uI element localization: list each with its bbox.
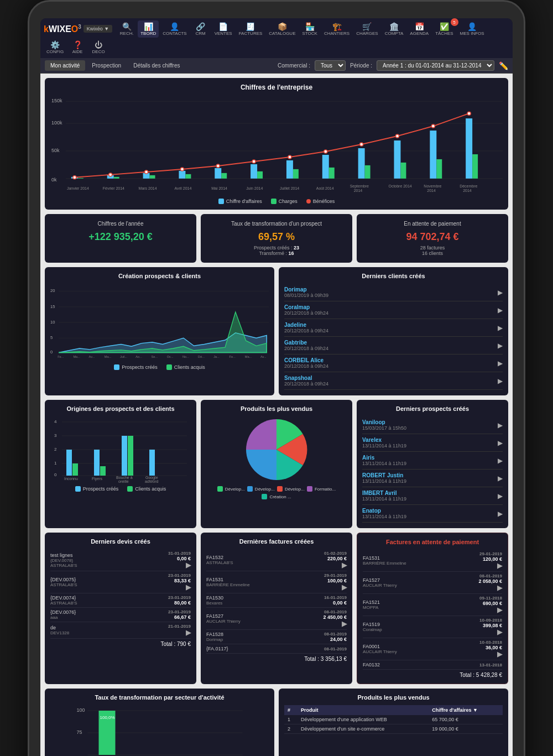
svg-text:Inconnu: Inconnu [64, 477, 78, 481]
client-arrow-4[interactable]: ▶ [498, 359, 503, 367]
prospect-arrow-0[interactable]: ▶ [498, 421, 503, 429]
nav-mes-infos[interactable]: 👤 MES INFOS [457, 20, 487, 38]
attente-arrow-0[interactable]: ▶ [497, 562, 502, 570]
devis-arrow-1[interactable]: ▶ [186, 583, 191, 591]
nav-compta[interactable]: 🏛️ COMPTA [382, 20, 406, 38]
nav-config[interactable]: ⚙️ CONFIG [44, 39, 66, 56]
svg-rect-96 [72, 463, 78, 476]
attente-arrow-4[interactable]: ▶ [497, 650, 502, 658]
attente-arrow-1[interactable]: ▶ [497, 584, 502, 592]
client-arrow-2[interactable]: ▶ [498, 324, 503, 332]
svg-text:Av...: Av... [89, 355, 95, 358]
svg-rect-31 [472, 154, 478, 179]
devis-arrow-0[interactable]: ▶ [186, 561, 191, 569]
dernieres-factures-card: Dernières factures créées FA1532 ASTRALA… [201, 533, 352, 684]
svg-text:20: 20 [50, 288, 55, 293]
facture-arrow-0[interactable]: ▶ [342, 561, 347, 569]
legend-clients-dot [166, 364, 172, 370]
svg-text:Juil...: Juil... [120, 355, 128, 358]
svg-point-38 [288, 155, 291, 159]
nav-agenda[interactable]: 📅 AGENDA [407, 20, 431, 38]
svg-rect-100 [128, 436, 133, 476]
svg-rect-26 [293, 169, 299, 179]
client-item-0: Dorimap 08/01/2019 à 09h39 ▶ [284, 284, 503, 301]
svg-text:Ma...: Ma... [73, 355, 80, 358]
facture-client-0: ASTRALAB'S [206, 560, 233, 565]
nav-contacts[interactable]: 👤 CONTACTS [160, 20, 189, 38]
nav-ventes[interactable]: 📄 VENTES [212, 20, 235, 38]
svg-text:oreille: oreille [118, 479, 129, 483]
origines-chart: 4 3 2 1 0 [50, 416, 191, 483]
commercial-label: Commercial : [278, 62, 310, 69]
facture-montant-0: 220,00 € [324, 556, 347, 561]
client-item-2: Jadeline 20/12/2018 à 09h24 ▶ [284, 319, 503, 337]
nav-chantiers[interactable]: 🏗️ CHANTIERS [321, 20, 352, 38]
client-arrow-5[interactable]: ▶ [498, 377, 503, 385]
prospect-item-4: IMBERT Avril 13/11/2014 à 11h19 ▶ [362, 487, 503, 505]
nav-charges[interactable]: 🛒 CHARGES [353, 20, 381, 38]
metric-transform-sub: Prospects créés : 23 Transformé : 16 [207, 245, 346, 256]
attente-client-4: AUCLAIR Thierry [363, 649, 397, 654]
client-arrow-1[interactable]: ▶ [498, 306, 503, 314]
facture-ref-1: FA1531 [206, 577, 250, 582]
legend-orig-clients: Clients acquis [127, 486, 166, 492]
attente-arrow-3[interactable]: ▶ [497, 628, 502, 636]
nav-taches[interactable]: ✅ TÂCHES 5 [432, 20, 456, 38]
attente-list: FA1531 BARRIÈRE Emmeline 29-01-2019 120,… [363, 550, 502, 670]
factures-attente-title: Factures en attente de paiement [363, 539, 502, 545]
col-ca[interactable]: Chiffre d'affaires ▼ [429, 705, 503, 715]
prospect-arrow-5[interactable]: ▶ [498, 510, 503, 518]
attente-row-3: FA1519 Coralmap 10-09-2018 399,08 € ▶ [363, 616, 502, 638]
prospect-arrow-1[interactable]: ▶ [498, 439, 503, 447]
metric-attente-sub: 28 factures 16 clients [363, 245, 502, 256]
nav-catalogue[interactable]: 📦 CATALOGUE [266, 20, 298, 38]
devis-client-0: ASTRALAB'S [50, 563, 77, 568]
facture-date-5: 08-01-2019 [324, 646, 347, 651]
svg-text:Décembre: Décembre [460, 184, 477, 188]
prospect-arrow-4[interactable]: ▶ [498, 492, 503, 500]
nav-tbord[interactable]: 📊 TBORD [138, 20, 159, 38]
edit-icon[interactable]: ✏️ [499, 61, 508, 70]
svg-point-34 [145, 170, 148, 174]
nav-deco[interactable]: ⏻ DECO [88, 39, 108, 56]
client-arrow-3[interactable]: ▶ [498, 342, 503, 350]
nav-crm[interactable]: 🔗 CRM [191, 20, 211, 38]
facture-ref-5: {FA.0117} [206, 646, 228, 651]
devis-arrow-4[interactable]: ▶ [186, 629, 191, 637]
facture-date-4: 08-01-2019 [324, 632, 347, 637]
prospect-chart-svg: 20 15 10 5 0 [50, 284, 269, 361]
svg-text:Ma...: Ma... [105, 355, 112, 358]
nav-aide[interactable]: ❓ AIDE [67, 39, 87, 56]
svg-text:5: 5 [50, 335, 53, 340]
client-arrow-0[interactable]: ▶ [498, 289, 503, 296]
facture-arrow-1[interactable]: ▶ [342, 583, 347, 591]
facture-ref-4: FA1528 [206, 632, 223, 637]
taches-badge: 5 [451, 18, 458, 26]
nav-stock[interactable]: 🏪 STOCK [299, 20, 320, 38]
tab-prospection[interactable]: Prospection [86, 60, 127, 71]
workspace-dropdown[interactable]: Kwixéo ▼ [84, 25, 112, 33]
svg-text:Ja...: Ja... [213, 355, 220, 358]
produit-ca-0: 65 700,00 € [429, 715, 503, 724]
nav-factures[interactable]: 🧾 FACTURES [236, 20, 265, 38]
attente-arrow-2[interactable]: ▶ [497, 606, 502, 614]
prospect-date-1: 13/11/2014 à 11h19 [362, 443, 406, 449]
nav-rech[interactable]: 🔍 RECH. [117, 20, 137, 38]
attente-client-2: MOPPA [363, 605, 380, 610]
svg-text:Mars 2014: Mars 2014 [139, 186, 157, 190]
facture-arrow-3[interactable]: ▶ [342, 620, 347, 628]
tab-mon-activite[interactable]: Mon activité [45, 60, 85, 71]
periode-select[interactable]: Année 1 : du 01-01-2014 au 31-12-2014 [377, 60, 494, 71]
bottom-row: Taux de transformation par secteur d'act… [45, 689, 508, 756]
tab-details-chiffres[interactable]: Détails des chiffres [128, 60, 185, 71]
client-name-5: Snapshoal [284, 375, 328, 381]
prospect-arrow-3[interactable]: ▶ [498, 475, 503, 482]
svg-text:0: 0 [54, 472, 57, 477]
svg-text:Janvier 2014: Janvier 2014 [67, 186, 89, 190]
prospect-date-0: 15/03/2017 à 15h50 [362, 425, 406, 431]
svg-text:Flyers: Flyers [92, 477, 103, 481]
prospect-arrow-2[interactable]: ▶ [498, 457, 503, 465]
prospect-date-5: 13/11/2014 à 11h19 [362, 514, 406, 519]
commercial-select[interactable]: Tous [315, 60, 346, 71]
svg-rect-24 [221, 173, 227, 179]
